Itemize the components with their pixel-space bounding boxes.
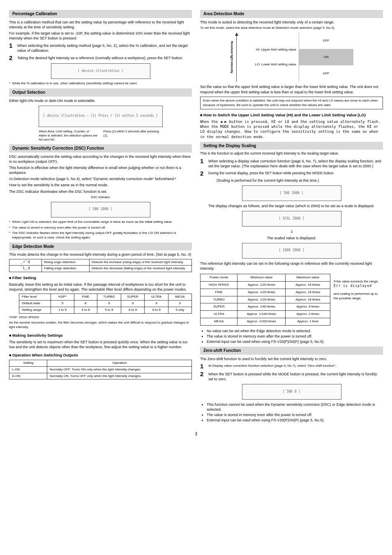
f-r1c2: 5: [51, 301, 74, 307]
pc-intro2: For example, if the target value is set …: [9, 31, 192, 41]
pm4: SUPER: [201, 303, 238, 311]
scaling-step2: During the normal display, press the SET…: [208, 170, 383, 176]
pm3: TURBO: [201, 296, 238, 303]
scaling-diag2: [ SCAL 2000 ]: [242, 211, 341, 227]
f-r1c3: 8: [74, 301, 97, 307]
f-h6: ULTRA: [145, 294, 168, 301]
f-r2c4: 5 to 9: [97, 307, 121, 313]
dsc-fn1: When Light ON is selected, the upper lim…: [12, 220, 173, 224]
f-r1c5: 9: [121, 301, 145, 307]
p-h3: Maximum value: [286, 274, 330, 282]
step-number-1: 1: [9, 42, 15, 53]
os-caption-left: When Area, Limit setting, Counter, or Al…: [39, 130, 98, 142]
step-number-1: 1: [200, 158, 206, 169]
zero-b2: The value is stored in memory even after…: [207, 412, 383, 417]
pc-footnote: While the % calibration is in use, other…: [12, 81, 137, 86]
scaling-bullets: No value can be set when the Edge detect…: [200, 328, 383, 344]
f-h4: TURBO: [97, 294, 121, 301]
f-r1c6: 9: [145, 301, 168, 307]
edge-r2c2: Falling edge detection: [42, 266, 90, 272]
edge-r1c3: Detects the increase (rising edge) of th…: [90, 259, 192, 266]
zero-b1: This function cannot be used when the Dy…: [207, 402, 383, 412]
heading-area: Area Detection Mode: [200, 10, 383, 18]
square-icon: ■: [9, 276, 11, 280]
dsc-diag-label: DSC indicator: [9, 195, 192, 199]
pm4a: Approx. 1/40 times: [238, 303, 286, 311]
power-side-note: If the value exceeds the range, Err is d…: [334, 272, 383, 301]
edge-intro: This mode detects the change in the rece…: [9, 252, 192, 257]
scaling-diag3: [ 1000 2000 ]: [242, 243, 341, 259]
f-r1c4: 9: [97, 301, 121, 307]
dsc-p1: DSC automatically corrects the setting v…: [9, 154, 192, 164]
dsc-p2: This function is effective when the ligh…: [9, 165, 192, 175]
pm5a: Approx. 1/160 times: [238, 311, 286, 318]
switch-heading: How to Switch the Upper Limit Setting Va…: [203, 113, 366, 117]
pm4b: Approx. 8 times: [286, 303, 330, 311]
pm2: FINE: [201, 289, 238, 296]
side3: and scaling is performed up to the possi…: [334, 292, 383, 301]
area-diagram: Received light intensity HI: Upper limit…: [230, 32, 353, 82]
pm6a: Approx. 1/320 times: [238, 318, 286, 325]
lo-label: LO: Lower limit setting value: [240, 62, 296, 67]
sens-heading: Making Sensitivity Settings: [12, 333, 63, 338]
os-intro: Either light-ON mode or dark-ON mode is …: [9, 98, 192, 103]
o-r2c1: D-ON: [9, 373, 47, 379]
asterisk-icon: *: [9, 81, 10, 86]
hi-label: HI: Upper limit setting value: [240, 48, 296, 52]
area-after: Set the value so that the upper limit se…: [200, 84, 383, 94]
f-h3: FINE: [74, 294, 97, 301]
step-number-2: 2: [200, 170, 206, 176]
heading-output-selection: Output Selection: [9, 88, 192, 97]
switch-p: When the ◀ ▶ button is pressed, HI or LO…: [200, 119, 383, 139]
step-number-2: 2: [9, 55, 15, 61]
asterisk-icon: *: [9, 226, 10, 230]
hsp-note2: As the number becomes smaller, the filte…: [9, 321, 192, 330]
step-number-2: 2: [200, 371, 206, 382]
edge-r1c2: Rising edge detection: [42, 259, 90, 266]
zero-intro: The Zero-shift function is used to forci…: [200, 356, 383, 361]
f-r2c7: 9 only: [168, 307, 191, 313]
p-h1: Power mode: [201, 274, 238, 282]
bar-off-top: OFF: [299, 32, 353, 49]
arrow-line: [236, 36, 237, 82]
filter-table: Filter level HSP* FINE TURBO SUPER ULTRA…: [19, 294, 192, 313]
arrow-up-icon: [235, 32, 238, 36]
dsc-fn3: The DSC indicator flashes when the light…: [12, 231, 192, 240]
pc-step2: Taking the desired light intensity as a …: [17, 55, 192, 61]
f-r1c1: Default state: [19, 301, 51, 307]
f-r2c1: Setting range: [19, 307, 51, 313]
scaled-label: The scaled value is displayed.: [200, 236, 383, 240]
page-number: 3: [9, 431, 383, 437]
f-r2c6: 8 to 9: [145, 307, 168, 313]
f-r1c7: 9: [168, 301, 191, 307]
pm1b: Approx. 16 times: [286, 281, 330, 289]
scaling-b1: No value can be set when the Edge detect…: [207, 328, 383, 333]
axis-label: Received light intensity: [230, 32, 235, 82]
o-r1c2: Normally OFF. Turns ON only when the lig…: [47, 366, 192, 373]
pm5b: Approx. 2 times: [286, 311, 330, 318]
pm1a: Approx. 1/20 times: [238, 281, 286, 289]
f-h5: SUPER: [121, 294, 145, 301]
o-r2c2: Normally ON. Turns OFF only when the lig…: [47, 373, 192, 379]
pm6b: Approx. 1 time: [286, 318, 330, 325]
area-intro1: This mode is suited to detecting the rec…: [200, 20, 383, 25]
dsc-p4: How to set the sensitivity is the same a…: [9, 183, 192, 187]
zero-step2: When the SET button is pressed while the…: [208, 371, 383, 382]
scaling-note: (Scaling is performed for the current li…: [200, 178, 383, 183]
asterisk-icon: *: [9, 231, 10, 240]
bar-off-bottom: OFF: [299, 65, 353, 82]
zero-b3: External input can be used when using FS…: [207, 418, 383, 423]
square-icon: ■: [200, 113, 202, 117]
p-h2: Minimum value: [238, 274, 286, 282]
pm3b: Approx. 16 times: [286, 296, 330, 303]
pc-intro1: This is a calibration method that can se…: [9, 20, 192, 30]
zero-step1: At Display value correction function sel…: [208, 363, 383, 369]
dsc-p3: At Detection mode selection (page 5, No.…: [9, 176, 192, 181]
heading-dsc: Dynamic Sensitivity Correction (DSC) Fun…: [9, 144, 192, 153]
f-h1: Filter level: [19, 294, 51, 301]
f-r2c2: 1 to 5: [51, 307, 74, 313]
side2: Err is displayed: [334, 284, 383, 289]
power-table: Power mode Minimum value Maximum value H…: [200, 274, 330, 326]
oper-heading: Operation When Switching Outputs: [12, 353, 78, 357]
dsc-fn2: The value is stored in memory even after…: [12, 226, 106, 230]
